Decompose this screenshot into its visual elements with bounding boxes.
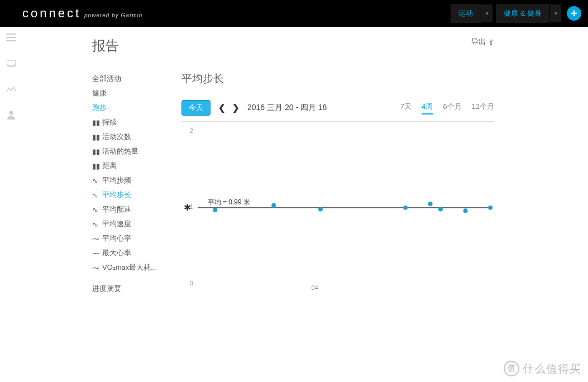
svg-point-14	[488, 206, 493, 210]
sidebar-metric-avg-cadence[interactable]: ∿平均步频	[92, 173, 170, 188]
svg-text:04: 04	[311, 284, 318, 291]
left-icon-bar	[0, 27, 22, 382]
export-label: 导出	[471, 37, 486, 47]
watermark-icon: 值	[504, 361, 519, 376]
bar-icon: ▮▮	[92, 147, 99, 156]
svg-text:平均 = 0.99 米: 平均 = 0.99 米	[208, 198, 250, 206]
page-title: 报告	[92, 37, 571, 55]
time-range-tabs: 7天 4周 6个月 12个月	[400, 102, 494, 114]
date-range-label: 2016 三月 20 - 四月 18	[247, 103, 327, 113]
range-4w[interactable]: 4周	[422, 102, 433, 114]
prev-button[interactable]: ❮	[218, 103, 226, 113]
svg-point-8	[271, 203, 276, 208]
sidebar-metric-vo2max[interactable]: ⁓VO₂max最大耗...	[92, 260, 170, 275]
svg-point-13	[463, 208, 468, 213]
svg-text:✱: ✱	[184, 203, 191, 212]
watermark-text: 什么值得买	[523, 361, 581, 376]
activity-icon[interactable]	[7, 85, 16, 95]
svg-point-7	[213, 208, 217, 212]
svg-point-0	[9, 111, 13, 115]
sidebar-cat-health[interactable]: 健康	[92, 86, 170, 101]
plus-icon: +	[571, 7, 577, 20]
range-7d[interactable]: 7天	[400, 102, 412, 114]
dots-icon: ∿	[92, 220, 99, 228]
sidebar-metric-avg-stride[interactable]: ∿平均步长	[92, 188, 170, 202]
sidebar-metric-max-hr[interactable]: ⁓最大心率	[92, 246, 170, 260]
bar-icon: ▮▮	[92, 118, 99, 127]
export-button[interactable]: 导出 ⇪	[471, 37, 494, 47]
next-button[interactable]: ❯	[232, 103, 240, 113]
sidebar-metric-activity-count[interactable]: ▮▮活动次数	[92, 130, 170, 144]
nav-sport-button[interactable]: 运动	[451, 4, 481, 23]
profile-icon[interactable]	[7, 111, 15, 122]
logo-text: connect	[22, 6, 81, 21]
bar-icon: ▮▮	[92, 133, 99, 141]
sidebar-cat-all[interactable]: 全部活动	[92, 71, 170, 86]
svg-point-9	[318, 207, 323, 212]
sidebar-metric-activity-calories[interactable]: ▮▮活动的热量	[92, 144, 170, 159]
menu-icon[interactable]	[6, 34, 16, 44]
sidebar-metric-avg-hr[interactable]: ⁓平均心率	[92, 231, 170, 246]
svg-text:0: 0	[190, 280, 193, 286]
svg-point-10	[403, 206, 408, 210]
sidebar-progress-summary[interactable]: 进度摘要	[92, 281, 170, 296]
range-12m[interactable]: 12个月	[472, 102, 494, 114]
logo-subtitle: powered by Garmin	[84, 12, 142, 18]
scatter-chart: 012✱平均 = 0.99 米04	[181, 121, 494, 294]
pulse-icon: ⁓	[92, 235, 99, 243]
add-button[interactable]: +	[567, 6, 581, 21]
report-sidebar: 全部活动 健康 跑步 ▮▮持续 ▮▮活动次数 ▮▮活动的热量 ▮▮距离 ∿平均步…	[92, 71, 170, 296]
svg-point-12	[438, 207, 443, 212]
sidebar-cat-running[interactable]: 跑步	[92, 101, 170, 115]
dots-icon: ∿	[92, 206, 99, 214]
nav-health-dropdown[interactable]: ▾	[550, 4, 561, 22]
brand-logo: connect powered by Garmin	[22, 6, 142, 21]
export-icon: ⇪	[488, 38, 494, 46]
nav-sport-label: 运动	[458, 8, 473, 18]
sidebar-metric-distance[interactable]: ▮▮距离	[92, 159, 170, 173]
watermark: 值 什么值得买	[504, 361, 581, 376]
dots-icon: ∿	[92, 191, 99, 199]
sidebar-metric-duration[interactable]: ▮▮持续	[92, 115, 170, 130]
pulse-icon: ⁓	[92, 264, 99, 272]
chart-controls: 今天 ❮ ❯ 2016 三月 20 - 四月 18 7天 4周 6个月 12个月	[181, 100, 494, 116]
chart-panel: 平均步长 今天 ❮ ❯ 2016 三月 20 - 四月 18 7天 4周 6个月…	[181, 71, 494, 296]
top-navigation-bar: connect powered by Garmin 运动 ▾ 健康 & 健身 ▾…	[0, 0, 588, 27]
nav-health-label: 健康 & 健身	[504, 8, 542, 18]
pulse-icon: ⁓	[92, 249, 99, 257]
nav-sport-dropdown[interactable]: ▾	[481, 4, 493, 22]
bar-icon: ▮▮	[92, 162, 99, 170]
today-button[interactable]: 今天	[181, 100, 211, 116]
chart-title: 平均步长	[181, 71, 494, 86]
svg-point-11	[428, 202, 433, 206]
nav-health-button[interactable]: 健康 & 健身	[496, 4, 549, 23]
sidebar-metric-avg-speed[interactable]: ∿平均速度	[92, 217, 170, 231]
inbox-icon[interactable]	[7, 59, 16, 69]
svg-text:2: 2	[190, 127, 193, 134]
sidebar-metric-avg-pace[interactable]: ∿平均配速	[92, 202, 170, 217]
range-6m[interactable]: 6个月	[443, 102, 461, 114]
dots-icon: ∿	[92, 176, 99, 185]
